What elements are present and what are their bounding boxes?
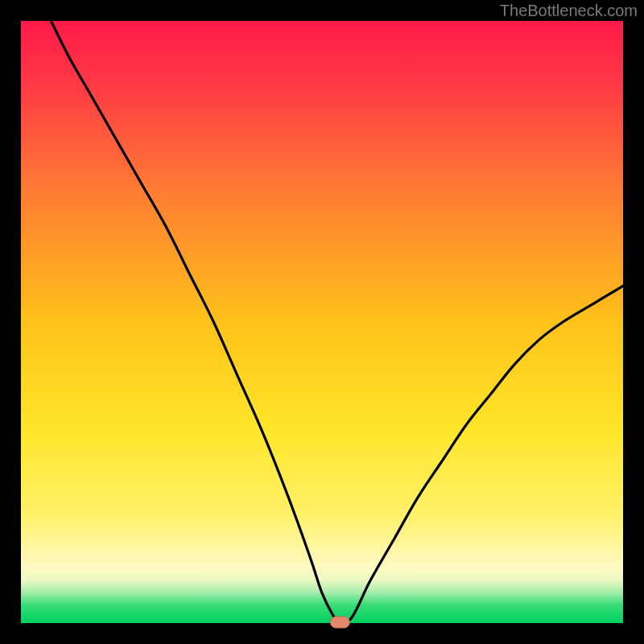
bottleneck-chart	[0, 0, 644, 644]
plot-background	[21, 21, 623, 623]
optimal-marker	[330, 617, 349, 628]
chart-container: TheBottleneck.com	[0, 0, 644, 644]
watermark-text: TheBottleneck.com	[500, 2, 638, 20]
